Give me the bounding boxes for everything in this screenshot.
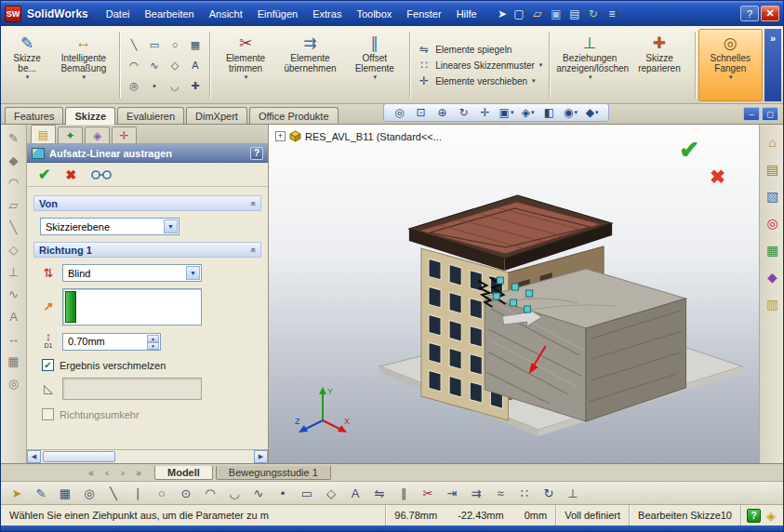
construction-geometry-icon[interactable]: ✚: [185, 76, 205, 96]
move-entities-button[interactable]: ✛ Elemente verschieben ▾: [417, 74, 542, 87]
centerpoint-arc-icon[interactable]: ◠: [124, 56, 143, 75]
quick-snaps-caret-icon[interactable]: ▾: [729, 73, 733, 81]
offset-entities-button[interactable]: ∥ Offset Elemente ▾: [342, 29, 406, 101]
smart-dimension-button[interactable]: ↔ Intelligente Bemaßung ▾: [51, 29, 115, 101]
mirror-entities-icon[interactable]: ⇋: [371, 485, 388, 501]
new-document-icon[interactable]: ▢▾: [513, 6, 529, 21]
left-toolbar-table-icon[interactable]: ▦: [5, 352, 23, 369]
rotate-view-icon[interactable]: ↻: [457, 105, 472, 120]
study-last-button[interactable]: »: [132, 467, 145, 479]
reverse-direction-icon[interactable]: ⇅: [40, 269, 57, 278]
menu-hilfe[interactable]: Hilfe: [450, 7, 484, 21]
display-style-icon[interactable]: ◈▾: [521, 105, 536, 120]
menu-einfuegen[interactable]: Einfügen: [251, 7, 304, 21]
move-entities-caret-icon[interactable]: ▾: [532, 77, 536, 85]
display-delete-relations-button[interactable]: ⊥ Beziehungen anzeigen/löschen ▾: [552, 29, 627, 101]
propertymanager-tab-icon[interactable]: ✦: [58, 126, 83, 143]
spline-icon[interactable]: ∿: [250, 485, 267, 501]
line-icon[interactable]: ╲: [105, 485, 122, 501]
study-first-button[interactable]: «: [85, 467, 98, 479]
scroll-left-button[interactable]: ◀: [27, 450, 41, 463]
tangent-arc-icon[interactable]: ◡: [226, 485, 243, 501]
sketch-icon[interactable]: ✎: [33, 485, 49, 501]
mirror-entities-button[interactable]: ⇋ Elemente spiegeln: [417, 43, 542, 56]
selection-help-icon[interactable]: ➤: [495, 6, 511, 21]
left-toolbar-curves-icon[interactable]: ∿: [5, 286, 23, 302]
dimxpertmanager-tab-icon[interactable]: ✛: [112, 126, 137, 143]
merge-result-checkbox[interactable]: ✔: [42, 359, 54, 371]
perimeter-circle-icon[interactable]: ⊙: [178, 485, 194, 501]
combo-dropdown-icon[interactable]: ▼: [164, 219, 178, 233]
save-icon-caret[interactable]: ▾: [563, 10, 566, 18]
help-button[interactable]: ?: [740, 6, 759, 21]
menu-fenster[interactable]: Fenster: [400, 7, 447, 21]
close-button[interactable]: ✕: [761, 6, 779, 21]
rebuild-icon[interactable]: ↻▾: [588, 6, 604, 21]
add-relation-icon[interactable]: ⊥: [565, 485, 581, 501]
fillet-icon[interactable]: ◡: [165, 76, 184, 96]
appearances-scenes-icon[interactable]: ◆: [764, 269, 782, 286]
pm-help-button[interactable]: ?: [250, 147, 263, 160]
zoom-in-out-icon[interactable]: ⊕: [435, 105, 450, 120]
extend-entities-icon[interactable]: ⇥: [444, 485, 460, 501]
menu-toolbox[interactable]: Toolbox: [350, 7, 398, 21]
new-document-icon-caret[interactable]: ▾: [525, 10, 529, 18]
group-richtung1-header[interactable]: Richtung 1 «: [33, 242, 261, 258]
confirm-ok-button[interactable]: ✔: [679, 136, 699, 165]
open-document-icon-caret[interactable]: ▾: [543, 10, 547, 18]
home-icon[interactable]: ⌂: [764, 134, 782, 151]
convert-entities-icon[interactable]: ⇉: [468, 485, 485, 501]
trim-entities-icon[interactable]: ✂: [419, 485, 436, 501]
ok-button[interactable]: ✔: [38, 166, 50, 183]
menu-ansicht[interactable]: Ansicht: [203, 7, 249, 21]
spin-down-icon[interactable]: ▼: [147, 342, 159, 350]
hide-show-items-icon-caret[interactable]: ▾: [575, 109, 578, 116]
standard-views-icon-caret[interactable]: ▾: [511, 109, 514, 116]
cancel-button[interactable]: ✖: [65, 167, 76, 182]
view-palette-icon[interactable]: ▦: [764, 242, 782, 259]
pan-icon[interactable]: ✛: [478, 105, 493, 120]
left-toolbar-sheetmetal-icon[interactable]: ▱: [5, 196, 23, 213]
feature-tree-root[interactable]: + RES_AVL_B11 (Standard<<...: [275, 130, 442, 142]
centerline-icon[interactable]: ∣: [129, 485, 146, 501]
scroll-right-button[interactable]: ▶: [254, 450, 268, 463]
doc-restore-button[interactable]: ◻: [762, 107, 778, 121]
menu-extras[interactable]: Extras: [306, 7, 348, 21]
file-explorer-icon[interactable]: ▧: [764, 188, 782, 205]
save-icon[interactable]: ▣▾: [551, 6, 566, 21]
standard-views-icon[interactable]: ▣▾: [499, 105, 514, 120]
configurationmanager-tab-icon[interactable]: ◈: [85, 126, 110, 143]
repair-sketch-button[interactable]: ✚ Skizze reparieren: [627, 29, 691, 101]
draft-outward-checkbox[interactable]: [42, 408, 54, 420]
featuremanager-tab-icon[interactable]: ▤: [31, 125, 56, 143]
print-icon-caret[interactable]: ▾: [581, 10, 585, 18]
circle-icon[interactable]: ○: [165, 35, 184, 55]
zoom-to-fit-icon[interactable]: ◎: [392, 105, 407, 120]
offset-entities-icon[interactable]: ∥: [395, 485, 412, 501]
left-toolbar-surface-icon[interactable]: ◠: [5, 174, 23, 191]
offset-entities-caret-icon[interactable]: ▾: [373, 73, 377, 81]
point-icon[interactable]: •: [274, 485, 291, 501]
snap-icon[interactable]: ◎: [81, 485, 98, 501]
draft-icon[interactable]: ◺: [40, 384, 57, 393]
polygon-icon[interactable]: ◇: [323, 485, 339, 501]
section-view-icon[interactable]: ◧: [542, 105, 557, 120]
tab-evaluieren[interactable]: Evaluieren: [117, 107, 184, 124]
linear-sketch-pattern-button[interactable]: ∷ Lineares Skizzenmuster ▾: [417, 59, 542, 72]
tab-office-produkte[interactable]: Office Produkte: [249, 107, 339, 124]
scroll-track[interactable]: [41, 450, 254, 463]
left-toolbar-mold-icon[interactable]: ◇: [5, 241, 23, 258]
polygon-icon[interactable]: ◇: [165, 56, 184, 75]
display-style-icon-caret[interactable]: ▾: [531, 109, 535, 116]
ellipse-icon[interactable]: ◎: [124, 76, 143, 96]
hide-show-items-icon[interactable]: ◉▾: [564, 105, 578, 120]
sketch-pattern-icon[interactable]: ▦: [185, 35, 205, 55]
circle-icon[interactable]: ○: [153, 485, 170, 501]
detailed-preview-button[interactable]: [91, 168, 112, 181]
tab-features[interactable]: Features: [5, 107, 63, 124]
circular-pattern-icon[interactable]: ↻: [540, 485, 557, 501]
left-toolbar-weldment-icon[interactable]: ╲: [5, 219, 23, 235]
group-von-header[interactable]: Von «: [33, 195, 261, 211]
left-toolbar-annotation-icon[interactable]: A: [5, 308, 23, 325]
left-toolbar-features-icon[interactable]: ◆: [5, 152, 23, 168]
